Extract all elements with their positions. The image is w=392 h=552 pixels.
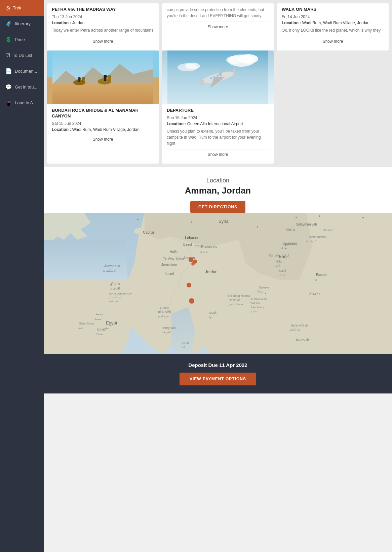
top-cards-grid: PETRA VIA THE MADRAS WAY Thu 13 Jun 2024…	[44, 0, 392, 50]
departure-date: Sun 16 Jun 2024	[167, 115, 269, 120]
svg-point-24	[226, 56, 243, 64]
svg-text:النجف: النجف	[278, 274, 285, 277]
airplane-image	[162, 50, 274, 104]
svg-text:كركوك: كركوك	[281, 254, 289, 257]
svg-point-118	[189, 298, 194, 304]
svg-text:Syria: Syria	[219, 219, 229, 224]
todo-icon: ☑	[5, 52, 10, 59]
svg-text:بغداد: بغداد	[281, 246, 287, 250]
sidebar-item-price[interactable]: 💲 Price	[0, 32, 44, 47]
deposit-text: Deposit Due 11 Apr 2022	[50, 362, 385, 368]
svg-text:Damascus: Damascus	[201, 245, 217, 249]
svg-text:Al Khanafah: Al Khanafah	[250, 298, 267, 301]
svg-point-9	[82, 79, 85, 81]
svg-rect-1	[52, 84, 153, 104]
svg-text:Hamed...: Hamed...	[323, 229, 335, 232]
svg-text:القاهرة: القاهرة	[110, 287, 120, 290]
svg-point-111	[315, 279, 317, 281]
svg-text:AlUla: AlUla	[182, 341, 189, 345]
svg-text:Wildlife: Wildlife	[250, 302, 260, 305]
svg-text:Hurghada: Hurghada	[163, 326, 177, 330]
documents-icon: 📄	[5, 68, 12, 74]
payment-button[interactable]: VIEW PAYMENT OPTIONS	[180, 373, 256, 385]
desert-show-more[interactable]: Show more	[167, 22, 269, 29]
departure-title: DEPARTURE	[167, 108, 269, 113]
card-departure: DEPARTURE Sun 16 Jun 2024 Location : Que…	[162, 50, 274, 164]
svg-text:تبوك: تبوك	[208, 316, 213, 319]
sidebar-documents-label: Documen...	[15, 69, 37, 74]
svg-text:Siwa Oasis: Siwa Oasis	[79, 322, 94, 325]
svg-text:Israel: Israel	[165, 272, 174, 276]
burdah-location: Location : Wadi Rum, Wadi Rum Village, J…	[52, 127, 154, 132]
svg-text:دمشق: دمشق	[200, 250, 208, 253]
svg-text:Jerusalem: Jerusalem	[161, 263, 177, 267]
sidebar-item-documents[interactable]: 📄 Documen...	[0, 63, 44, 79]
location-name: Amman, Jordan	[50, 185, 385, 196]
burdah-date: Sat 15 Jun 2024	[52, 121, 154, 126]
svg-text:سكاكا: سكاكا	[257, 290, 264, 293]
petra-title: PETRA VIA THE MADRAS WAY	[52, 7, 154, 12]
svg-text:Cairo: Cairo	[111, 282, 120, 286]
svg-point-26	[185, 63, 200, 69]
svg-text:Hafar Al Batin: Hafar Al Batin	[291, 324, 309, 327]
getintouch-icon: 💬	[5, 84, 12, 90]
departure-show-more[interactable]: Show more	[167, 149, 269, 157]
svg-point-113	[265, 293, 266, 294]
svg-text:مدينة السادس: مدينة السادس	[109, 296, 123, 299]
card-desert: camps provide some protection from the e…	[162, 3, 274, 50]
burdah-show-more[interactable]: Show more	[52, 134, 154, 142]
svg-text:أسيوط: أسيوط	[95, 317, 102, 320]
svg-point-106	[257, 226, 258, 228]
svg-text:Jordan: Jordan	[205, 270, 218, 274]
mars-desc: Ok, it only LOOKs like the red planet, w…	[282, 27, 384, 33]
sidebar-item-loadin[interactable]: 📱 Load in A...	[0, 95, 44, 111]
svg-text:الإسكندرية: الإسكندرية	[103, 269, 116, 273]
petra-show-more[interactable]: Show more	[52, 36, 154, 44]
mars-show-more[interactable]: Show more	[282, 36, 384, 44]
card-petra: PETRA VIA THE MADRAS WAY Thu 13 Jun 2024…	[47, 3, 159, 50]
mars-location: Location : Wadi Rum, Wadi Rum Village, J…	[282, 21, 384, 25]
svg-point-116	[191, 262, 195, 266]
map-svg: Cyprus Syria Lebanon Beirut بيروت Damasc…	[44, 213, 392, 354]
svg-text:Tabuk: Tabuk	[208, 311, 217, 314]
get-directions-button[interactable]: GET DIRECTIONS	[190, 201, 245, 213]
svg-text:Basrah: Basrah	[316, 273, 327, 277]
svg-text:Cyprus: Cyprus	[143, 230, 155, 234]
svg-text:Sakaka: Sakaka	[259, 286, 269, 289]
desert-desc: camps provide some protection from the e…	[167, 7, 269, 19]
svg-text:Reserve: Reserve	[229, 298, 240, 302]
sidebar-item-todo[interactable]: ☑ To Do List	[0, 47, 44, 63]
svg-text:El-Sheikh: El-Sheikh	[158, 310, 171, 313]
svg-text:حفر الباطن: حفر الباطن	[289, 328, 301, 331]
svg-text:Alexandria: Alexandria	[104, 264, 120, 268]
svg-text:الحلة: الحلة	[275, 264, 280, 267]
svg-text:Lebanon: Lebanon	[185, 236, 199, 240]
svg-text:Hilla: Hilla	[276, 260, 282, 263]
sidebar: ◎ Trek 🧳 Itinerary 💲 Price ☑ To Do List …	[0, 0, 44, 552]
svg-text:Sharm: Sharm	[160, 306, 169, 309]
svg-text:6th of October City: 6th of October City	[109, 292, 132, 295]
svg-text:من أكتوبر: من أكتوبر	[108, 299, 118, 302]
sidebar-item-getintouch[interactable]: 💬 Get in tou...	[0, 79, 44, 95]
svg-text:كرمانشاه: كرمانشاه	[306, 240, 316, 243]
svg-point-108	[319, 215, 320, 217]
petra-location: Location : Jordan	[52, 21, 154, 25]
main-content: PETRA VIA THE MADRAS WAY Thu 13 Jun 2024…	[44, 0, 392, 552]
svg-text:Egypt: Egypt	[106, 320, 117, 325]
svg-text:Buraydah: Buraydah	[296, 338, 309, 341]
svg-text:سوهاج: سوهاج	[96, 332, 103, 335]
svg-point-112	[110, 284, 112, 286]
sidebar-item-itinerary[interactable]: 🧳 Itinerary	[0, 16, 44, 32]
map-container: Cyprus Syria Lebanon Beirut بيروت Damasc…	[44, 213, 392, 354]
svg-text:Tel Aviv-Yafoo: Tel Aviv-Yafoo	[163, 257, 184, 261]
svg-text:سيوة: سيوة	[77, 326, 83, 329]
svg-point-114	[189, 257, 193, 262]
sidebar-todo-label: To Do List	[13, 53, 32, 58]
card-empty	[277, 50, 389, 164]
mars-date: Fri 14 Jun 2024	[282, 14, 384, 19]
svg-point-109	[362, 217, 364, 218]
svg-point-110	[285, 245, 286, 246]
departure-location: Location : Queen Alia International Airp…	[167, 122, 269, 126]
card-burdah: BURDAH ROCK BRIDGE & AL MANAMAH CANYON S…	[47, 50, 159, 164]
sidebar-item-trek[interactable]: ◎ Trek	[0, 0, 44, 16]
